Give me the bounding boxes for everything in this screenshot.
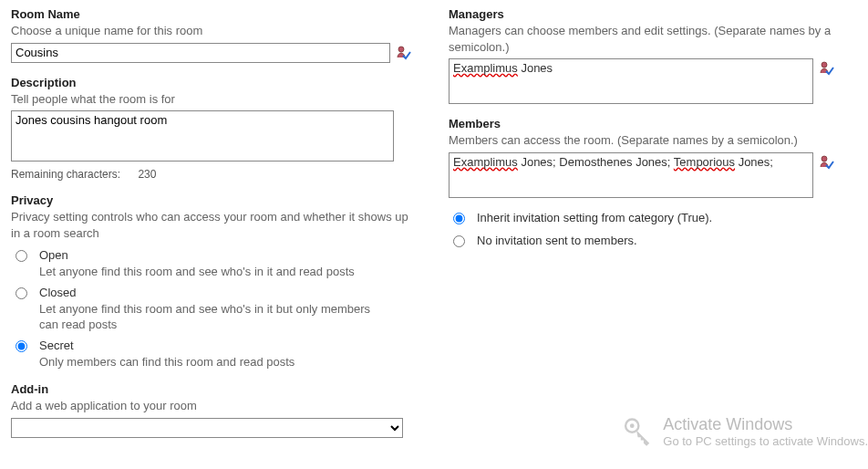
room-name-field: Room Name Choose a unique name for this …: [11, 7, 412, 63]
check-names-icon[interactable]: [819, 60, 835, 77]
members-input[interactable]: Examplimus Jones; Demosthenes Jones; Tem…: [449, 152, 813, 198]
privacy-label: Privacy: [11, 193, 412, 207]
invitation-radio-none[interactable]: [453, 235, 465, 247]
members-hint: Members can access the room. (Separate n…: [449, 132, 857, 149]
privacy-secret-label: Secret: [39, 339, 294, 352]
svg-point-0: [398, 47, 404, 52]
invitation-option-none[interactable]: No invitation sent to members.: [449, 234, 857, 247]
svg-point-2: [822, 156, 827, 162]
managers-hint: Managers can choose members and edit set…: [449, 23, 857, 55]
addin-hint: Add a web application to your room: [11, 398, 412, 414]
privacy-option-secret[interactable]: Secret Only members can find this room a…: [11, 339, 412, 370]
addin-select[interactable]: [11, 418, 403, 438]
managers-field: Managers Managers can choose members and…: [449, 7, 857, 104]
privacy-secret-desc: Only members can find this room and read…: [39, 354, 294, 370]
check-names-icon[interactable]: [819, 154, 835, 171]
privacy-closed-label: Closed: [39, 286, 386, 299]
privacy-radio-secret[interactable]: [16, 340, 27, 352]
managers-input[interactable]: Examplimus Jones: [449, 58, 813, 104]
privacy-radio-closed[interactable]: [16, 287, 27, 299]
privacy-field: Privacy Privacy setting controls who can…: [11, 193, 412, 370]
description-hint: Tell people what the room is for: [11, 91, 412, 108]
invitation-group: Inherit invitation setting from category…: [449, 211, 857, 247]
privacy-option-closed[interactable]: Closed Let anyone find this room and see…: [11, 286, 412, 333]
members-label: Members: [449, 117, 857, 130]
invitation-none-label: No invitation sent to members.: [477, 234, 637, 247]
description-label: Description: [11, 76, 412, 89]
invitation-option-inherit[interactable]: Inherit invitation setting from category…: [449, 211, 857, 224]
invitation-radio-inherit[interactable]: [453, 213, 465, 224]
addin-field: Add-in Add a web application to your roo…: [11, 382, 412, 438]
privacy-open-desc: Let anyone find this room and see who's …: [39, 264, 355, 280]
privacy-open-label: Open: [39, 248, 355, 262]
description-input[interactable]: Jones cousins hangout room: [11, 110, 394, 162]
description-field: Description Tell people what the room is…: [11, 76, 412, 182]
room-name-hint: Choose a unique name for this room: [11, 23, 412, 39]
members-field: Members Members can access the room. (Se…: [449, 117, 857, 198]
invitation-inherit-label: Inherit invitation setting from category…: [477, 211, 712, 224]
privacy-closed-desc: Let anyone find this room and see who's …: [39, 301, 386, 333]
svg-point-1: [822, 62, 827, 68]
privacy-radio-open[interactable]: [16, 250, 27, 262]
room-name-input[interactable]: [11, 43, 390, 63]
room-name-label: Room Name: [11, 7, 412, 21]
privacy-hint: Privacy setting controls who can access …: [11, 209, 412, 241]
addin-label: Add-in: [11, 382, 412, 396]
privacy-option-open[interactable]: Open Let anyone find this room and see w…: [11, 248, 412, 280]
managers-label: Managers: [449, 7, 857, 21]
check-names-icon[interactable]: [396, 45, 412, 61]
remaining-characters: Remaining characters: 230: [11, 168, 412, 181]
